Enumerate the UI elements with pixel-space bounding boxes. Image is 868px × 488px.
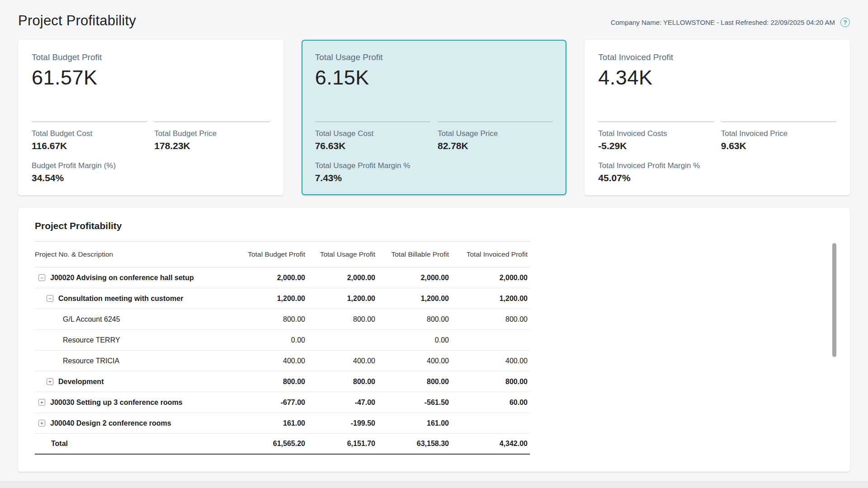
- vertical-scrollbar-thumb[interactable]: [832, 243, 836, 357]
- kpi-card-stats: Total Budget Cost 116.67K Total Budget P…: [32, 122, 270, 151]
- kpi-stat-label: Total Invoiced Costs: [598, 129, 713, 138]
- page-title: Project Profitability: [18, 13, 136, 29]
- row-description-cell: −Consultation meeting with customer: [35, 295, 237, 303]
- table-row: +Development800.00800.00800.00800.00: [35, 371, 530, 392]
- horizontal-scrollbar-track[interactable]: [0, 481, 868, 488]
- kpi-margin: Total Invoiced Profit Margin % 45.07%: [598, 161, 836, 183]
- kpi-stat-value: 178.23K: [154, 141, 269, 151]
- kpi-stat: Total Invoiced Costs -5.29K: [598, 122, 713, 151]
- expand-icon[interactable]: +: [38, 420, 45, 427]
- row-description-cell: G/L Account 6245: [35, 315, 237, 324]
- kpi-stat: Total Budget Cost 116.67K: [32, 122, 147, 151]
- kpi-margin-label: Total Usage Profit Margin %: [315, 161, 553, 170]
- kpi-stat-value: 82.78K: [438, 141, 553, 151]
- total-label: Total: [35, 440, 237, 448]
- row-value-cell: 400.00: [305, 357, 375, 365]
- row-description-cell: +J00040 Design 2 conference rooms: [35, 419, 237, 427]
- row-value-cell: 1,200.00: [305, 295, 375, 303]
- kpi-stat-label: Total Budget Price: [154, 129, 269, 138]
- kpi-stat-value: 76.63K: [315, 141, 430, 151]
- row-value-cell: 0.00: [237, 336, 305, 344]
- total-billable-profit: 63,158.30: [375, 440, 449, 448]
- row-value-cell: 800.00: [449, 315, 528, 324]
- row-description-cell: +Development: [35, 378, 237, 386]
- kpi-card-title: Total Invoiced Profit: [598, 52, 836, 62]
- table-title: Project Profitability: [35, 221, 833, 231]
- kpi-card-invoiced[interactable]: Total Invoiced Profit 4.34K Total Invoic…: [585, 40, 850, 195]
- page: Project Profitability Company Name: YELL…: [0, 0, 868, 488]
- row-value-cell: 800.00: [449, 378, 528, 386]
- kpi-stat-value: -5.29K: [598, 141, 713, 151]
- table-total-row: Total 61,565.20 6,151.70 63,158.30 4,342…: [35, 434, 530, 455]
- company-refresh-text: Company Name: YELLOWSTONE - Last Refresh…: [611, 19, 835, 26]
- expand-icon[interactable]: +: [47, 378, 53, 385]
- row-value-cell: 2,000.00: [449, 274, 528, 282]
- row-value-cell: -677.00: [237, 399, 305, 407]
- kpi-stat-label: Total Usage Price: [438, 129, 553, 138]
- kpi-card-value: 61.57K: [32, 66, 270, 89]
- row-label: Consultation meeting with customer: [58, 295, 183, 303]
- table-row: Resource TRICIA400.00400.00400.00400.00: [35, 351, 530, 371]
- kpi-stat: Total Usage Price 82.78K: [438, 122, 553, 151]
- row-description-cell: Resource TERRY: [35, 336, 237, 344]
- kpi-stat-label: Total Usage Cost: [315, 129, 430, 138]
- total-usage-profit: 6,151.70: [305, 440, 375, 448]
- project-table: Project No. & Description Total Budget P…: [35, 241, 530, 455]
- row-label: G/L Account 6245: [63, 315, 120, 324]
- row-value-cell: 800.00: [375, 378, 449, 386]
- kpi-margin: Budget Profit Margin (%) 34.54%: [32, 161, 270, 183]
- kpi-cards-row: Total Budget Profit 61.57K Total Budget …: [18, 40, 850, 195]
- row-value-cell: 800.00: [237, 378, 305, 386]
- table-row: +J00040 Design 2 conference rooms161.00-…: [35, 413, 530, 434]
- help-icon[interactable]: ?: [840, 18, 850, 27]
- page-header: Project Profitability Company Name: YELL…: [18, 0, 850, 29]
- row-value-cell: -561.50: [375, 399, 449, 407]
- row-label: Resource TERRY: [63, 336, 120, 344]
- row-value-cell: 1,200.00: [237, 295, 305, 303]
- table-row: Resource TERRY0.000.00: [35, 330, 530, 351]
- kpi-card-title: Total Usage Profit: [315, 52, 553, 62]
- project-profitability-panel: Project Profitability Project No. & Desc…: [18, 208, 850, 472]
- kpi-stat-label: Total Budget Cost: [32, 129, 147, 138]
- row-description-cell: Resource TRICIA: [35, 357, 237, 365]
- row-label: J00040 Design 2 conference rooms: [50, 419, 171, 427]
- table-header-row: Project No. & Description Total Budget P…: [35, 241, 530, 267]
- row-value-cell: 800.00: [237, 315, 305, 324]
- column-header-budget-profit[interactable]: Total Budget Profit: [237, 250, 305, 258]
- column-header-invoiced-profit[interactable]: Total Invoiced Profit: [449, 250, 528, 258]
- row-label: J00020 Advising on conference hall setup: [50, 274, 194, 282]
- column-header-billable-profit[interactable]: Total Billable Profit: [375, 250, 449, 258]
- kpi-margin-value: 45.07%: [598, 173, 836, 183]
- total-budget-profit: 61,565.20: [237, 440, 305, 448]
- kpi-stat: Total Invoiced Price 9.63K: [721, 122, 836, 151]
- column-header-usage-profit[interactable]: Total Usage Profit: [305, 250, 375, 258]
- expand-icon[interactable]: +: [38, 399, 45, 406]
- column-header-description[interactable]: Project No. & Description: [35, 250, 237, 258]
- row-value-cell: 400.00: [237, 357, 305, 365]
- row-value-cell: 800.00: [305, 315, 375, 324]
- kpi-stat: Total Usage Cost 76.63K: [315, 122, 430, 151]
- kpi-card-value: 4.34K: [598, 66, 836, 89]
- row-value-cell: 800.00: [305, 378, 375, 386]
- row-value-cell: 400.00: [449, 357, 528, 365]
- row-value-cell: 161.00: [237, 419, 305, 427]
- row-label: Development: [58, 378, 104, 386]
- collapse-icon[interactable]: −: [38, 274, 45, 281]
- total-invoiced-profit: 4,342.00: [449, 440, 528, 448]
- kpi-card-budget[interactable]: Total Budget Profit 61.57K Total Budget …: [18, 40, 283, 195]
- kpi-margin-value: 34.54%: [32, 173, 270, 183]
- table-row: −Consultation meeting with customer1,200…: [35, 288, 530, 309]
- kpi-stat: Total Budget Price 178.23K: [154, 122, 269, 151]
- row-value-cell: 1,200.00: [375, 295, 449, 303]
- row-value-cell: 800.00: [375, 315, 449, 324]
- kpi-card-usage-selected[interactable]: Total Usage Profit 6.15K Total Usage Cos…: [302, 40, 567, 195]
- row-value-cell: 0.00: [375, 336, 449, 344]
- collapse-icon[interactable]: −: [47, 295, 53, 302]
- kpi-card-stats: Total Usage Cost 76.63K Total Usage Pric…: [315, 122, 553, 151]
- row-label: Resource TRICIA: [63, 357, 119, 365]
- row-description-cell: +J00030 Setting up 3 conference rooms: [35, 399, 237, 407]
- row-value-cell: -47.00: [305, 399, 375, 407]
- kpi-card-title: Total Budget Profit: [32, 52, 270, 62]
- kpi-margin: Total Usage Profit Margin % 7.43%: [315, 161, 553, 183]
- row-description-cell: −J00020 Advising on conference hall setu…: [35, 274, 237, 282]
